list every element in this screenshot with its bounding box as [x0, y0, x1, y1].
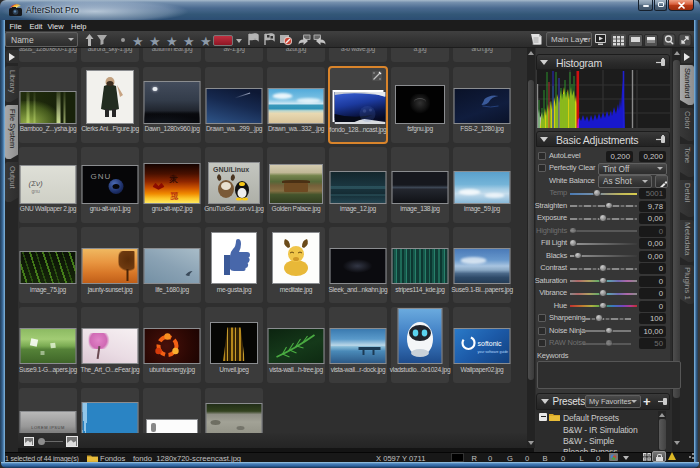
svg-text:softonic: softonic: [478, 340, 503, 347]
svg-text:your software guide: your software guide: [478, 350, 509, 354]
